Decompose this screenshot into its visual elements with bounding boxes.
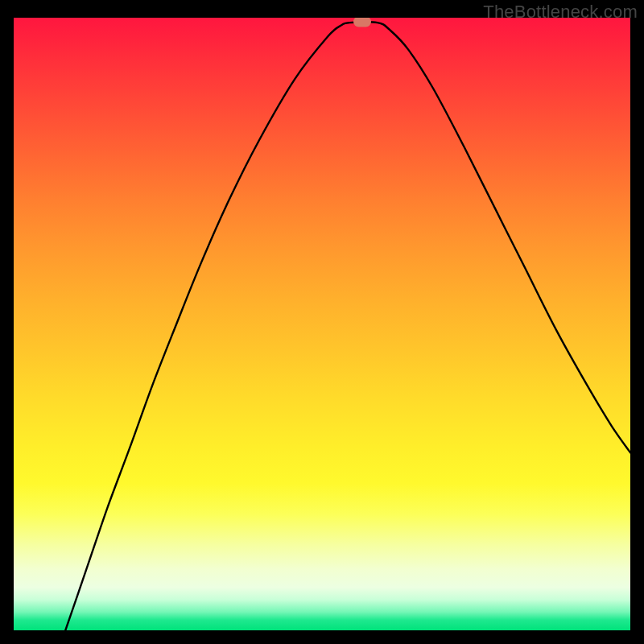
plot-area [14,18,630,630]
optimum-marker [353,18,371,27]
watermark-text: TheBottleneck.com [483,2,638,23]
curve-layer [14,18,630,630]
bottleneck-curve [65,22,630,630]
chart-frame: TheBottleneck.com [0,0,644,644]
